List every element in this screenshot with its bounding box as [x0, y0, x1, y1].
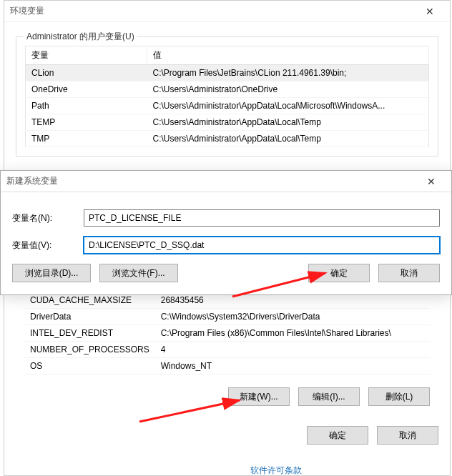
browse-file-button[interactable]: 浏览文件(F)... — [99, 264, 178, 282]
newvar-title: 新建系统变量 — [6, 175, 417, 187]
var-name-row: 变量名(N): — [12, 209, 440, 227]
var-value-label: 变量值(V): — [12, 239, 84, 252]
var-name-label: 变量名(N): — [12, 212, 84, 224]
env-close-button[interactable]: ✕ — [416, 1, 444, 21]
col-variable[interactable]: 变量 — [26, 46, 147, 65]
table-row[interactable]: TEMPC:\Users\Administrator\AppData\Local… — [26, 114, 429, 131]
system-vars-table[interactable]: CUDA_CACHE_MAXSIZE268435456 DriverDataC:… — [24, 292, 430, 375]
close-icon: ✕ — [426, 6, 434, 17]
table-row[interactable]: DriverDataC:\Windows\System32\Drivers\Dr… — [24, 309, 430, 325]
new-sysvar-dialog: 新建系统变量 ✕ 变量名(N): 变量值(V): 浏览目录(D)... 浏览文件… — [0, 170, 452, 295]
edit-button[interactable]: 编辑(I)... — [298, 387, 360, 406]
table-row[interactable]: PathC:\Users\Administrator\AppData\Local… — [26, 98, 429, 114]
newvar-close-button[interactable]: ✕ — [417, 172, 446, 192]
newvar-body: 变量名(N): 变量值(V): 浏览目录(D)... 浏览文件(F)... 确定… — [1, 192, 451, 289]
user-vars-legend: Administrator 的用户变量(U) — [24, 31, 137, 43]
license-terms-link[interactable]: 软件许可条款 — [250, 465, 302, 476]
user-vars-table[interactable]: 变量 值 CLionC:\Program Files\JetBrains\CLi… — [25, 46, 429, 147]
system-vars-group: CUDA_CACHE_MAXSIZE268435456 DriverDataC:… — [16, 292, 438, 406]
newvar-buttons: 浏览目录(D)... 浏览文件(F)... 确定 取消 — [12, 264, 440, 282]
table-row[interactable]: TMPC:\Users\Administrator\AppData\Local\… — [26, 131, 429, 147]
env-title: 环境变量 — [10, 5, 416, 17]
var-value-input[interactable] — [84, 237, 440, 254]
newvar-cancel-button[interactable]: 取消 — [378, 264, 440, 282]
table-row[interactable]: NUMBER_OF_PROCESSORS4 — [24, 342, 430, 358]
col-value[interactable]: 值 — [147, 46, 429, 65]
env-cancel-button[interactable]: 取消 — [377, 426, 438, 445]
new-button[interactable]: 新建(W)... — [228, 387, 290, 406]
table-row[interactable]: CLionC:\Program Files\JetBrains\CLion 21… — [26, 65, 429, 81]
close-icon: ✕ — [427, 176, 436, 187]
table-row[interactable]: OSWindows_NT — [24, 358, 430, 375]
env-ok-button[interactable]: 确定 — [307, 426, 368, 445]
delete-button[interactable]: 删除(L) — [368, 387, 430, 406]
var-name-input[interactable] — [84, 209, 440, 227]
browse-dir-button[interactable]: 浏览目录(D)... — [12, 264, 91, 282]
table-row[interactable]: INTEL_DEV_REDISTC:\Program Files (x86)\C… — [24, 325, 430, 342]
system-vars-buttons: 新建(W)... 编辑(I)... 删除(L) — [24, 387, 430, 406]
newvar-titlebar: 新建系统变量 ✕ — [1, 171, 451, 192]
user-vars-group: Administrator 的用户变量(U) 变量 值 CLionC:\Prog… — [16, 36, 438, 157]
env-titlebar: 环境变量 ✕ — [4, 1, 450, 22]
env-dialog-buttons: 确定 取消 — [16, 426, 438, 445]
table-row[interactable]: OneDriveC:\Users\Administrator\OneDrive — [26, 81, 429, 98]
var-value-row: 变量值(V): — [12, 237, 440, 254]
newvar-ok-button[interactable]: 确定 — [308, 264, 370, 282]
